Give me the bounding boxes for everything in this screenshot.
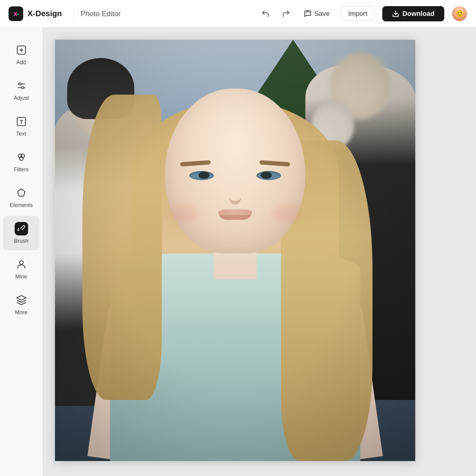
canvas-area[interactable] [43,27,476,476]
svg-point-13 [20,261,23,264]
elements-icon [15,186,28,200]
pupil-right [261,172,272,179]
logo-container: x- X-Design [9,6,62,21]
sidebar-item-more[interactable]: More [3,287,39,322]
sidebar-item-filters[interactable]: Filters [3,144,39,179]
cube-icon [15,293,28,307]
import-label: Import [348,10,367,17]
redo-button[interactable] [279,7,293,20]
download-button[interactable]: Download [382,6,444,21]
sidebar-item-add[interactable]: Add [3,37,39,72]
svg-text:T: T [20,119,23,125]
sidebar-item-filters-label: Filters [14,166,29,173]
sidebar-item-add-label: Add [16,59,26,66]
sidebar-item-adjust-label: Adjust [13,95,29,101]
svg-point-7 [21,86,24,89]
sliders-icon [15,79,28,93]
cheek-right [272,205,302,223]
sidebar-item-more-label: More [15,309,27,316]
app-header: x- X-Design Photo Editor S [0,0,476,27]
import-button[interactable]: Import [341,6,375,21]
sidebar-item-mine[interactable]: Mine [3,252,39,286]
sidebar-item-brush-label: Brush [14,238,28,244]
download-icon [392,10,399,17]
sidebar-item-text-label: Text [16,131,26,137]
redo-icon [282,9,290,18]
pupil-left [198,172,209,179]
save-label: Save [314,10,329,18]
brush-icon [15,222,28,235]
plus-square-icon [15,43,28,57]
photo-background [55,40,415,461]
text-icon: T [15,115,28,128]
main-layout: Add Adjust T Text [0,27,476,476]
header-actions: Save Import Download 😊 [259,6,467,22]
cheek-left [168,205,198,223]
sidebar: Add Adjust T Text [0,27,43,476]
svg-point-6 [19,83,21,85]
save-button[interactable]: Save [300,7,333,20]
filters-icon [15,151,28,164]
sidebar-item-text[interactable]: T Text [3,109,39,143]
save-icon [304,10,312,18]
sidebar-item-mine-label: Mine [15,274,27,280]
download-label: Download [402,10,434,18]
sidebar-item-elements[interactable]: Elements [3,180,39,215]
subject-face [165,89,305,253]
logo-icon: x- [9,6,23,21]
header-divider [74,9,74,19]
photo-canvas[interactable] [55,40,415,461]
sidebar-item-elements-label: Elements [10,202,33,209]
undo-button[interactable] [259,7,272,20]
subject-nose [229,189,241,205]
avatar[interactable]: 😊 [452,6,467,22]
sidebar-item-adjust[interactable]: Adjust [3,73,39,107]
page-title: Photo Editor [81,9,121,18]
person-icon [15,258,28,271]
app-name: X-Design [27,9,62,18]
sidebar-item-brush[interactable]: Brush [3,216,39,250]
undo-icon [261,9,270,18]
hair-strand-left [82,95,162,400]
upper-lip [218,209,252,215]
